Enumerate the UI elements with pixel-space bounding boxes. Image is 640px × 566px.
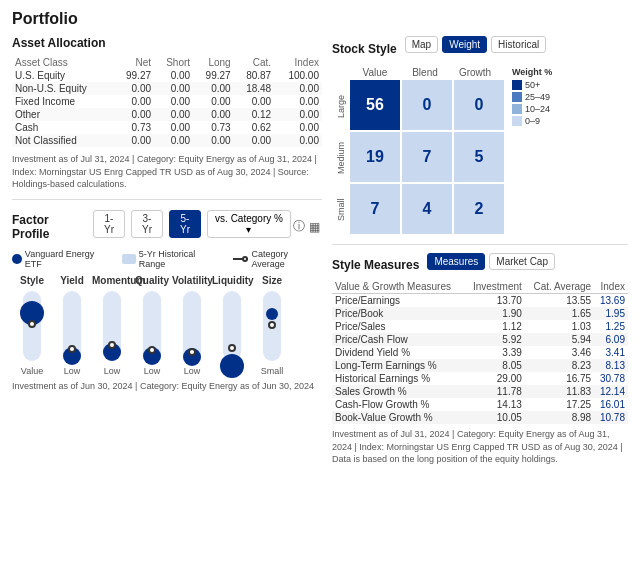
- factor-tabs: 1-Yr3-Yr5-Yrvs. Category % ▾: [93, 210, 291, 238]
- legend-item: Category Average: [233, 249, 322, 269]
- table-cell: Non-U.S. Equity: [12, 82, 114, 95]
- factor-col-header: Volatility: [172, 275, 212, 286]
- measures-footnote: Investment as of Jul 31, 2024 | Category…: [332, 428, 628, 466]
- asset-col-header: Asset Class: [12, 56, 114, 69]
- table-cell: 0.00: [274, 108, 322, 121]
- factor-info-icon[interactable]: ⓘ: [291, 218, 307, 235]
- table-cell: 0.00: [154, 134, 193, 147]
- table-cell: Price/Sales: [332, 320, 465, 333]
- category-dot: [108, 341, 116, 349]
- table-row: Price/Earnings13.7013.5513.69: [332, 294, 628, 308]
- style-tab[interactable]: Historical: [491, 36, 546, 53]
- table-cell: 1.03: [525, 320, 594, 333]
- style-col-label: Value: [350, 67, 400, 78]
- right-column: Stock Style MapWeightHistorical ValueBle…: [332, 36, 628, 466]
- table-cell: 11.83: [525, 385, 594, 398]
- legend-item: Vanguard Energy ETF: [12, 249, 112, 269]
- table-row: Fixed Income0.000.000.000.000.00: [12, 95, 322, 108]
- table-cell: Fixed Income: [12, 95, 114, 108]
- measures-tab[interactable]: Market Cap: [489, 253, 555, 270]
- weight-legend-item: 10–24: [512, 104, 552, 114]
- table-row: Other0.000.000.000.120.00: [12, 108, 322, 121]
- table-row: Non-U.S. Equity0.000.000.0018.480.00: [12, 82, 322, 95]
- fund-bubble: [266, 308, 278, 320]
- table-row: Dividend Yield %3.393.463.41: [332, 346, 628, 359]
- weight-color-box: [512, 104, 522, 114]
- table-cell: 0.00: [114, 82, 155, 95]
- table-cell: 0.00: [154, 121, 193, 134]
- table-cell: 99.27: [114, 69, 155, 82]
- factor-grid-icon[interactable]: ▦: [307, 220, 322, 234]
- stock-style-title: Stock Style: [332, 42, 397, 56]
- factor-footnote: Investment as of Jun 30, 2024 | Category…: [12, 380, 322, 393]
- table-cell: 8.98: [525, 411, 594, 424]
- legend-dot-icon: [12, 254, 22, 264]
- vs-category-select[interactable]: vs. Category % ▾: [207, 210, 291, 238]
- table-row: Price/Cash Flow5.925.946.09: [332, 333, 628, 346]
- table-cell: Book-Value Growth %: [332, 411, 465, 424]
- weight-legend-item: 25–49: [512, 92, 552, 102]
- measures-table: Value & Growth MeasuresInvestmentCat. Av…: [332, 280, 628, 424]
- table-cell: 12.14: [594, 385, 628, 398]
- table-cell: 0.12: [234, 108, 275, 121]
- style-measures-title: Style Measures: [332, 258, 419, 272]
- style-cell: 0: [402, 80, 452, 130]
- measures-col-header: Value & Growth Measures: [332, 280, 465, 294]
- weight-legend-item: 50+: [512, 80, 552, 90]
- factor-profile-section: Factor Profile 1-Yr3-Yr5-Yrvs. Category …: [12, 210, 322, 393]
- style-col-label: Blend: [400, 67, 450, 78]
- factor-bot-label: Low: [172, 366, 212, 376]
- table-cell: 18.48: [234, 82, 275, 95]
- table-cell: 0.00: [154, 82, 193, 95]
- factor-tab[interactable]: 3-Yr: [131, 210, 163, 238]
- table-cell: 3.41: [594, 346, 628, 359]
- asset-col-header: Net: [114, 56, 155, 69]
- table-cell: 1.25: [594, 320, 628, 333]
- table-cell: 10.78: [594, 411, 628, 424]
- style-cell: 56: [350, 80, 400, 130]
- measures-tab[interactable]: Measures: [427, 253, 485, 270]
- table-cell: 0.00: [154, 69, 193, 82]
- table-cell: 16.01: [594, 398, 628, 411]
- bubble-column: [52, 286, 92, 366]
- factor-col-header: Size: [252, 275, 292, 286]
- factor-chart-area: StyleYieldMomentumQualityVolatilityLiqui…: [12, 275, 322, 376]
- table-row: Historical Earnings %29.0016.7530.78: [332, 372, 628, 385]
- weight-label: 25–49: [525, 92, 550, 102]
- asset-col-header: Long: [193, 56, 234, 69]
- category-dot: [188, 348, 196, 356]
- legend-label: 5-Yr Historical Range: [139, 249, 223, 269]
- style-grid: 56001975742: [350, 80, 504, 236]
- table-cell: 1.65: [525, 307, 594, 320]
- table-cell: 8.05: [465, 359, 525, 372]
- table-cell: 5.94: [525, 333, 594, 346]
- factor-tab[interactable]: 1-Yr: [93, 210, 125, 238]
- table-cell: 13.55: [525, 294, 594, 308]
- fund-bubble: [220, 354, 244, 378]
- factor-bot-label: Low: [52, 366, 92, 376]
- table-cell: Cash-Flow Growth %: [332, 398, 465, 411]
- table-cell: Historical Earnings %: [332, 372, 465, 385]
- style-col-label: Growth: [450, 67, 500, 78]
- table-cell: 1.12: [465, 320, 525, 333]
- style-tab[interactable]: Map: [405, 36, 438, 53]
- measures-col-header: Cat. Average: [525, 280, 594, 294]
- weight-label: 10–24: [525, 104, 550, 114]
- table-cell: 0.00: [193, 82, 234, 95]
- style-tab[interactable]: Weight: [442, 36, 487, 53]
- factor-tab[interactable]: 5-Yr: [169, 210, 201, 238]
- table-cell: 11.78: [465, 385, 525, 398]
- table-row: U.S. Equity99.270.0099.2780.87100.00: [12, 69, 322, 82]
- style-cell: 4: [402, 184, 452, 234]
- weight-label: 0–9: [525, 116, 540, 126]
- style-tabs: MapWeightHistorical: [405, 36, 549, 53]
- table-cell: 14.13: [465, 398, 525, 411]
- table-cell: Price/Cash Flow: [332, 333, 465, 346]
- stock-style-section: Stock Style MapWeightHistorical ValueBle…: [332, 36, 628, 236]
- table-cell: 16.75: [525, 372, 594, 385]
- weight-legend-item: 0–9: [512, 116, 552, 126]
- legend-label: Vanguard Energy ETF: [25, 249, 112, 269]
- factor-bot-label: Low: [132, 366, 172, 376]
- measures-col-header: Index: [594, 280, 628, 294]
- category-dot: [68, 345, 76, 353]
